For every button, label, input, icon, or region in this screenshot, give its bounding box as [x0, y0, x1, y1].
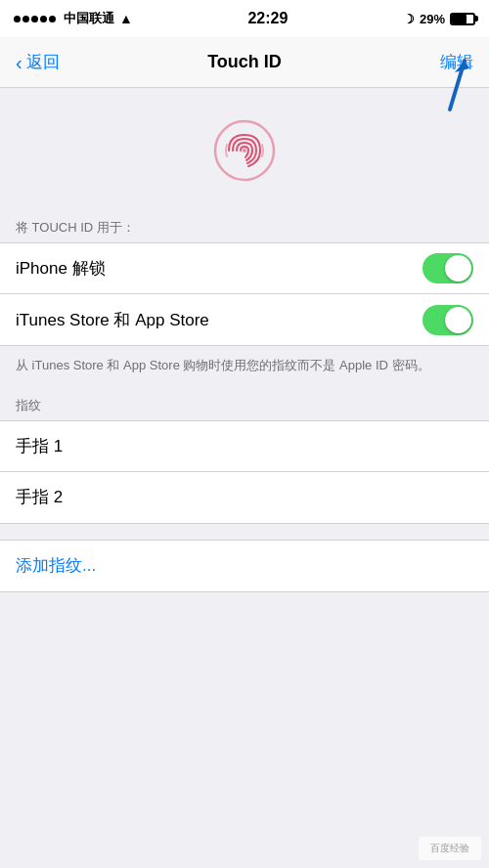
battery-icon: [450, 13, 475, 25]
svg-point-3: [243, 149, 246, 152]
moon-icon: ☽: [403, 12, 415, 26]
note-text: 从 iTunes Store 和 App Store 购物时使用您的指纹而不是 …: [0, 346, 489, 389]
itunes-store-toggle[interactable]: [422, 305, 473, 335]
finger-list: 手指 1 手指 2: [0, 420, 489, 524]
chevron-left-icon: ‹: [16, 53, 22, 72]
iphone-unlock-toggle[interactable]: [422, 253, 473, 283]
itunes-store-label: iTunes Store 和 App Store: [16, 309, 209, 331]
fingerprint-icon: [209, 115, 280, 186]
use-for-header: 将 TOUCH ID 用于：: [0, 209, 489, 242]
finger-2-label: 手指 2: [16, 486, 63, 508]
fingerprints-header: 指纹: [0, 389, 489, 420]
add-fingerprint-row[interactable]: 添加指纹...: [0, 541, 489, 591]
finger-2-row[interactable]: 手指 2: [0, 472, 489, 523]
wifi-icon: ▲: [119, 11, 133, 26]
toggle-knob: [445, 255, 471, 282]
carrier-text: 中国联通: [64, 10, 114, 27]
edit-button[interactable]: 编辑: [440, 51, 473, 73]
nav-bar: ‹ 返回 Touch ID 编辑: [0, 37, 489, 88]
itunes-store-row: iTunes Store 和 App Store: [0, 294, 489, 345]
status-left: 中国联通 ▲: [14, 10, 133, 27]
back-label: 返回: [26, 51, 60, 73]
battery-percentage: 29%: [420, 12, 445, 26]
add-fingerprint-label: 添加指纹...: [16, 554, 96, 577]
clock: 22:29: [247, 10, 288, 27]
watermark: 百度经验: [419, 837, 481, 860]
status-bar: 中国联通 ▲ 22:29 ☽ 29%: [0, 0, 489, 37]
back-button[interactable]: ‹ 返回: [16, 51, 60, 73]
fingerprint-section: [0, 88, 489, 209]
iphone-unlock-row: iPhone 解锁: [0, 243, 489, 294]
page-title: Touch ID: [207, 52, 282, 72]
signal-icon: [14, 16, 56, 22]
iphone-unlock-label: iPhone 解锁: [16, 257, 106, 280]
settings-list: iPhone 解锁 iTunes Store 和 App Store: [0, 242, 489, 346]
finger-1-label: 手指 1: [16, 435, 63, 457]
finger-1-row[interactable]: 手指 1: [0, 421, 489, 472]
status-right: ☽ 29%: [403, 12, 475, 26]
add-fingerprint-section: 添加指纹...: [0, 540, 489, 592]
toggle-knob-2: [445, 307, 471, 333]
